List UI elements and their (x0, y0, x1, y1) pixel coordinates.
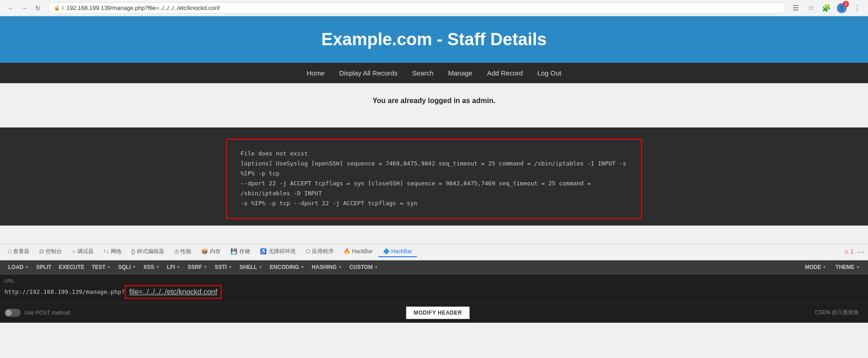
error-icon: ⚠ (844, 249, 849, 255)
hackbar-shell-btn[interactable]: SHELL ▼ (236, 262, 266, 272)
csdn-label: CSDN @只惠摸鱼 (806, 309, 859, 316)
devtools-tabs: □ 查看器 ⊡ 控制台 ○ 调试器 ↑↓ 网络 {} 样式编辑器 ◷ 性能 📦 … (0, 244, 868, 260)
forward-button[interactable]: → (19, 3, 30, 14)
browser-actions: ☰ ☆ 🧩 👤 3 ⋮ (790, 3, 863, 14)
mode-arrow: ▼ (822, 265, 826, 269)
hackbar-right-buttons: MODE ▼ THEME ▼ (801, 262, 863, 272)
extensions-icon[interactable]: 🧩 (821, 3, 832, 14)
hackbar-split-btn[interactable]: SPLIT (33, 262, 55, 272)
site-header: Example.com - Staff Details (0, 16, 868, 63)
hackbar1-icon: 🔥 (344, 248, 350, 254)
file-output-container: File does not exist [options] UseSyslog … (226, 139, 642, 219)
lfi-arrow: ▼ (176, 265, 180, 269)
lock-icon: 🔒 (54, 5, 60, 11)
tab-network[interactable]: ↑↓ 网络 (99, 246, 126, 258)
notification-badge: 3 (843, 1, 849, 7)
hackbar-ssrf-btn[interactable]: SSRF ▼ (184, 262, 211, 272)
memory-icon: 📦 (201, 248, 208, 254)
tab-style-editor[interactable]: {} 样式编辑器 (127, 246, 169, 258)
tab-performance[interactable]: ◷ 性能 (170, 246, 196, 258)
file-output-line1: File does not exist (241, 149, 627, 159)
site-nav: Home Display All Records Search Manage A… (0, 63, 868, 83)
hackbar2-icon: 🔷 (383, 248, 390, 254)
tab-application[interactable]: ⬡ 应用程序 (301, 246, 338, 258)
star-icon[interactable]: ☆ (806, 3, 816, 14)
hackbar-load-btn[interactable]: LOAD ▼ (5, 262, 33, 272)
viewer-icon: □ (8, 248, 11, 254)
hackbar-xss-btn[interactable]: XSS ▼ (140, 262, 163, 272)
tab-storage[interactable]: 💾 存储 (226, 246, 255, 258)
tab-debugger[interactable]: ○ 调试器 (67, 246, 98, 258)
menu-icon[interactable]: ⋮ (852, 3, 863, 14)
tab-hackbar2[interactable]: 🔷 HackBar (378, 246, 417, 257)
profile-icon[interactable]: 👤 3 (836, 3, 847, 14)
browser-chrome: ← → ↻ 🔒 ℹ 192.168.199.139/manage.php?fil… (0, 0, 868, 16)
nav-buttons: ← → ↻ (5, 3, 43, 14)
perf-icon: ◷ (174, 248, 179, 254)
hackbar-test-btn[interactable]: TEST ▼ (88, 262, 115, 272)
security-icons: 🔒 ℹ (54, 5, 64, 11)
back-button[interactable]: ← (5, 3, 16, 14)
accessibility-icon: ♿ (260, 248, 267, 254)
nav-add-record[interactable]: Add Record (487, 69, 523, 77)
hackbar-lfi-btn[interactable]: LFI ▼ (163, 262, 184, 272)
error-count: ⚠ 1 (844, 249, 854, 255)
hackbar-encoding-btn[interactable]: ENCODING ▼ (266, 262, 308, 272)
custom-arrow: ▼ (374, 265, 378, 269)
bookmark-icon[interactable]: ☰ (790, 3, 801, 14)
info-icon: ℹ (62, 5, 64, 11)
site-content: You are already logged in as admin. (0, 83, 868, 127)
tab-viewer[interactable]: □ 查看器 (4, 246, 34, 258)
post-method-label: Use POST method (24, 310, 70, 316)
post-method-toggle[interactable] (5, 309, 21, 317)
toggle-knob (5, 310, 12, 316)
load-arrow: ▼ (25, 265, 29, 269)
tab-console[interactable]: ⊡ 控制台 (35, 246, 66, 258)
modify-header-button[interactable]: MODIFY HEADER (406, 306, 470, 319)
hackbar-toolbar: LOAD ▼ SPLIT EXECUTE TEST ▼ SQLI ▼ XSS ▼… (0, 260, 868, 274)
address-bar[interactable]: 🔒 ℹ 192.168.199.139/manage.php?file=../.… (48, 2, 786, 14)
hackbar-execute-btn[interactable]: EXECUTE (55, 262, 88, 272)
theme-arrow: ▼ (856, 265, 860, 269)
url-label: URL (5, 278, 863, 283)
nav-home[interactable]: Home (307, 69, 325, 77)
ssti-arrow: ▼ (228, 265, 232, 269)
tab-accessibility[interactable]: ♿ 无障碍环境 (255, 246, 300, 258)
hackbar-theme-btn[interactable]: THEME ▼ (832, 262, 863, 272)
hackbar-sqli-btn[interactable]: SQLI ▼ (114, 262, 140, 272)
hackbar-bottom: Use POST method MODIFY HEADER CSDN @只惠摸鱼 (0, 302, 868, 323)
hackbar-url-section: URL http://192.168.199.139/manage.php? f… (0, 274, 868, 302)
debugger-icon: ○ (72, 248, 75, 254)
reload-button[interactable]: ↻ (33, 3, 43, 14)
site-title: Example.com - Staff Details (14, 30, 854, 49)
file-output-line2: [options] UseSyslog [openSSH] sequence =… (241, 159, 627, 179)
url-display: 192.168.199.139/manage.php?file=../../..… (66, 5, 780, 11)
nav-logout[interactable]: Log Out (537, 69, 561, 77)
tab-memory[interactable]: 📦 内存 (197, 246, 225, 258)
encoding-arrow: ▼ (300, 265, 304, 269)
devtools-more-icon[interactable]: ⋯ (857, 248, 864, 256)
tab-hackbar1[interactable]: 🔥 HackBar (339, 246, 377, 257)
file-output-line3: --dport 22 -j ACCEPT tcpflags = syn [clo… (241, 179, 627, 198)
devtools-right-icons: ⚠ 1 ⋯ (844, 248, 864, 256)
dark-band: File does not exist [options] UseSyslog … (0, 127, 868, 226)
hashing-arrow: ▼ (338, 265, 342, 269)
file-output: File does not exist [options] UseSyslog … (227, 140, 641, 218)
console-icon: ⊡ (39, 248, 44, 254)
logged-in-message: You are already logged in as admin. (14, 97, 854, 105)
hackbar-mode-btn[interactable]: MODE ▼ (801, 262, 830, 272)
storage-icon: 💾 (231, 248, 237, 254)
spacer (0, 226, 868, 244)
url-highlighted-value: file=../../../../etc/knockd.conf (129, 288, 217, 296)
hackbar-custom-btn[interactable]: CUSTOM ▼ (346, 262, 382, 272)
sqli-arrow: ▼ (132, 265, 136, 269)
url-input-wrapper: http://192.168.199.139/manage.php? file=… (5, 285, 863, 299)
hackbar-ssti-btn[interactable]: SSTI ▼ (211, 262, 236, 272)
url-prefix: http://192.168.199.139/manage.php? (5, 288, 125, 295)
nav-manage[interactable]: Manage (448, 69, 472, 77)
url-input-box[interactable]: file=../../../../etc/knockd.conf (125, 285, 222, 299)
nav-search[interactable]: Search (412, 69, 434, 77)
hackbar-hashing-btn[interactable]: HASHING ▼ (308, 262, 345, 272)
nav-display-all[interactable]: Display All Records (339, 69, 397, 77)
style-icon: {} (132, 248, 135, 254)
